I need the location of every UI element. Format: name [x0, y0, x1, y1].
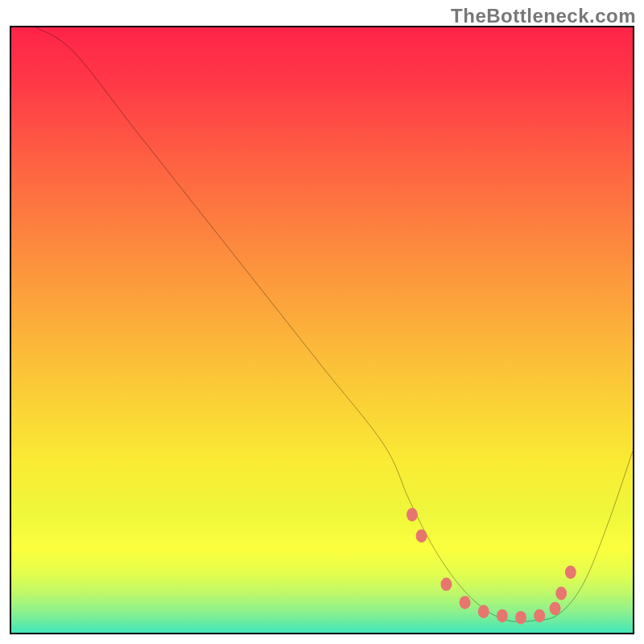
- trough-marker: [416, 529, 427, 543]
- chart-frame: TheBottleneck.com: [0, 0, 644, 644]
- trough-marker: [550, 602, 561, 616]
- trough-marker: [460, 596, 471, 609]
- watermark-text: TheBottleneck.com: [451, 5, 636, 27]
- plot-area: [10, 26, 634, 634]
- trough-marker: [555, 587, 567, 601]
- trough-marker: [407, 508, 418, 522]
- trough-markers-group: [407, 508, 576, 624]
- main-curve: [36, 27, 633, 621]
- curve-layer: [11, 27, 633, 633]
- trough-marker: [478, 605, 489, 618]
- trough-marker: [440, 578, 452, 592]
- trough-marker: [515, 611, 526, 625]
- trough-marker: [534, 609, 545, 623]
- trough-marker: [565, 566, 576, 580]
- trough-marker: [497, 609, 508, 623]
